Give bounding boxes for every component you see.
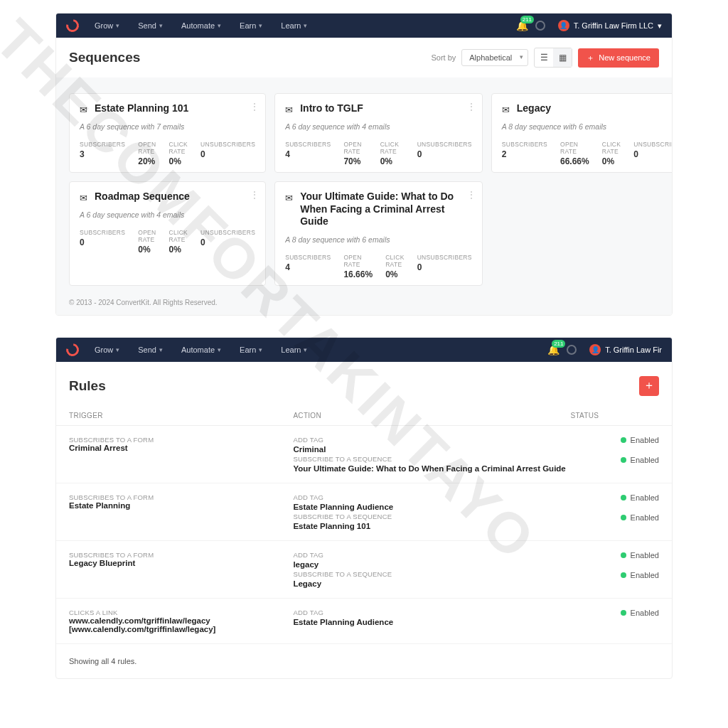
stat-value: 0	[417, 262, 472, 272]
status-dot-icon	[621, 495, 626, 500]
logo-icon[interactable]	[63, 16, 81, 34]
nav-learn[interactable]: Learn▾	[281, 346, 307, 354]
stat-label: SUBSCRIBERS	[80, 141, 125, 148]
card-menu-icon[interactable]: ⋮	[250, 189, 259, 200]
card-subtitle: A 6 day sequence with 4 emails	[285, 122, 472, 131]
sequence-card[interactable]: ⋮✉Your Ultimate Guide: What to Do When F…	[274, 181, 483, 286]
status-indicator-icon[interactable]	[535, 21, 545, 31]
nav-earn[interactable]: Earn▾	[240, 21, 262, 30]
mail-icon: ✉	[285, 193, 293, 203]
table-row[interactable]: CLICKS A LINKwww.calendly.com/tgriffinla…	[56, 599, 672, 644]
chevron-down-icon: ▾	[218, 22, 221, 29]
sequence-card[interactable]: ⋮✉Intro to TGLFA 6 day sequence with 4 e…	[274, 93, 483, 173]
action-type-label: SUBSCRIBE TO A SEQUENCE	[293, 513, 570, 520]
status-badge: Enabled	[621, 513, 659, 522]
card-menu-icon[interactable]: ⋮	[250, 101, 259, 112]
card-title: Your Ultimate Guide: What to Do When Fac…	[300, 191, 472, 228]
logo-icon[interactable]	[63, 341, 81, 358]
mail-icon: ✉	[80, 193, 87, 203]
status-dot-icon	[621, 572, 626, 578]
stat-label: SUBSCRIBERS	[502, 141, 547, 148]
chevron-down-icon: ▾	[304, 22, 307, 29]
card-menu-icon[interactable]: ⋮	[466, 101, 476, 112]
sequence-cards-grid: ⋮✉Estate Planning 101A 6 day sequence wi…	[56, 77, 672, 290]
stat-label: CLICK RATE	[385, 254, 405, 268]
add-rule-button[interactable]: ＋	[639, 376, 659, 396]
action-type-label: ADD TAG	[293, 493, 570, 501]
notification-badge: 211	[520, 16, 534, 23]
nav-earn[interactable]: Earn▾	[240, 346, 262, 354]
status-dot-icon	[621, 610, 626, 616]
user-menu[interactable]: 👤 T. Griffin Law Fir	[589, 344, 662, 355]
stat-value: 0	[80, 237, 125, 247]
sequences-header: Sequences Sort by Alphabetical ☰ ▦ ＋ New…	[56, 38, 672, 77]
nav-grow[interactable]: Grow▾	[95, 346, 119, 354]
table-row[interactable]: SUBSCRIBES TO A FORMCriminal ArrestADD T…	[56, 426, 672, 483]
stat-label: UNSUBSCRIBERS	[417, 141, 472, 148]
stat-value: 4	[285, 262, 331, 272]
user-name: T. Griffin Law Firm LLC	[574, 21, 653, 30]
grid-view-button[interactable]: ▦	[553, 48, 572, 67]
table-row[interactable]: SUBSCRIBES TO A FORMLegacy BlueprintADD …	[56, 541, 672, 599]
chevron-down-icon: ▾	[159, 346, 163, 353]
action-value: Your Ultimate Guide: What to Do When Fac…	[293, 464, 570, 473]
table-row[interactable]: SUBSCRIBES TO A FORMEstate PlanningADD T…	[56, 483, 672, 541]
notifications-bell[interactable]: 🔔 211	[516, 20, 528, 31]
header-trigger: TRIGGER	[69, 412, 293, 419]
status-badge: Enabled	[621, 551, 659, 560]
status-dot-icon	[621, 515, 626, 520]
action-value: legacy	[293, 560, 570, 569]
stat-value: 0	[633, 149, 673, 159]
status-indicator-icon[interactable]	[567, 345, 577, 355]
action-type-label: SUBSCRIBE TO A SEQUENCE	[293, 570, 570, 578]
new-sequence-button[interactable]: ＋ New sequence	[578, 48, 659, 68]
card-subtitle: A 8 day sequence with 6 emails	[502, 122, 673, 131]
status-badge: Enabled	[621, 609, 659, 617]
stat-label: OPEN RATE	[343, 141, 367, 155]
card-title: Roadmap Sequence	[95, 191, 255, 203]
sequence-card[interactable]: ⋮✉LegacyA 8 day sequence with 6 emailsSU…	[491, 93, 673, 173]
chevron-down-icon: ▾	[116, 346, 119, 353]
header-action: ACTION	[293, 412, 570, 419]
action-value: Criminal	[293, 445, 570, 454]
stat-value: 0	[417, 149, 472, 159]
card-subtitle: A 8 day sequence with 6 emails	[285, 235, 472, 244]
card-title: Estate Planning 101	[95, 102, 255, 115]
nav-automate[interactable]: Automate▾	[181, 21, 221, 30]
status-dot-icon	[621, 437, 626, 443]
nav-learn[interactable]: Learn▾	[281, 21, 307, 30]
chevron-down-icon: ▾	[658, 21, 662, 31]
stat-value: 0	[200, 149, 255, 159]
rules-table: TRIGGER ACTION STATUS SUBSCRIBES TO A FO…	[56, 406, 672, 644]
sort-select[interactable]: Alphabetical	[461, 49, 528, 66]
sequence-card[interactable]: ⋮✉Estate Planning 101A 6 day sequence wi…	[69, 93, 266, 173]
plus-icon: ＋	[587, 53, 594, 63]
stat-label: OPEN RATE	[138, 229, 156, 243]
stat-value: 4	[285, 149, 331, 159]
chevron-down-icon: ▾	[116, 22, 119, 29]
nav-send[interactable]: Send▾	[138, 346, 163, 354]
plus-icon: ＋	[643, 378, 655, 393]
top-nav: Grow▾ Send▾ Automate▾ Earn▾ Learn▾ 🔔 211…	[56, 338, 672, 362]
chevron-down-icon: ▾	[159, 22, 163, 29]
nav-send[interactable]: Send▾	[138, 21, 163, 30]
stat-label: UNSUBSCRIBERS	[417, 254, 472, 261]
card-menu-icon[interactable]: ⋮	[466, 189, 476, 200]
stat-value: 0%	[169, 156, 188, 166]
table-header-row: TRIGGER ACTION STATUS	[56, 406, 672, 426]
stat-label: SUBSCRIBERS	[285, 141, 331, 148]
stat-value: 3	[80, 149, 125, 159]
nav-grow[interactable]: Grow▾	[95, 21, 119, 30]
stat-value: 0%	[602, 156, 621, 166]
sequences-panel: Grow▾ Send▾ Automate▾ Earn▾ Learn▾ 🔔 211…	[55, 13, 673, 316]
notifications-bell[interactable]: 🔔 211	[547, 344, 560, 355]
rules-header: Rules ＋	[56, 362, 672, 406]
user-menu[interactable]: 👤 T. Griffin Law Firm LLC ▾	[558, 20, 662, 31]
nav-automate[interactable]: Automate▾	[181, 346, 221, 354]
sort-by-label: Sort by	[431, 53, 456, 62]
sequence-card[interactable]: ⋮✉Roadmap SequenceA 6 day sequence with …	[69, 181, 266, 286]
action-value: Estate Planning Audience	[293, 618, 570, 626]
card-title: Legacy	[517, 102, 673, 115]
view-toggle: ☰ ▦	[534, 48, 572, 68]
list-view-button[interactable]: ☰	[535, 48, 553, 67]
